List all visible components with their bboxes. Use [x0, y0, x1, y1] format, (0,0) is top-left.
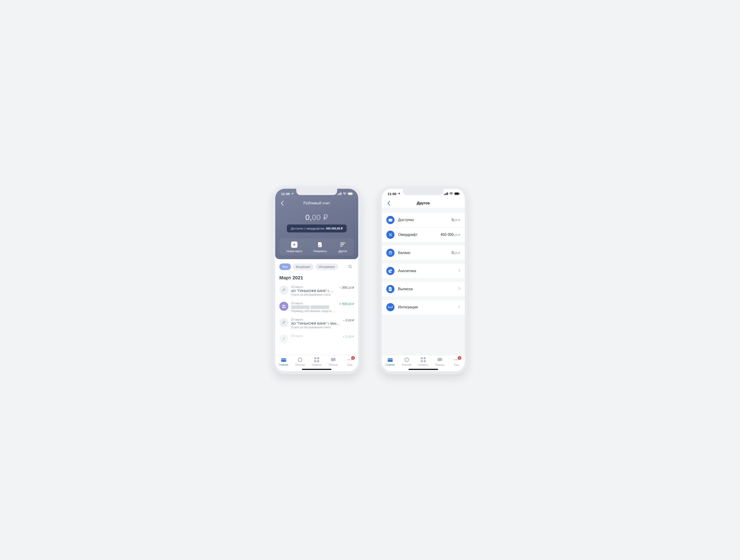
- svg-rect-14: [281, 358, 286, 362]
- tx-date: 25 марта: [291, 286, 337, 289]
- row-balance[interactable]: Баланс 0,00 ₽: [382, 246, 465, 260]
- menu-icon: [340, 241, 346, 248]
- tab-help[interactable]: Помощь: [433, 357, 447, 366]
- svg-point-32: [391, 220, 392, 220]
- tab-label: Платежи: [402, 363, 411, 366]
- row-label: Аналитика: [398, 269, 455, 273]
- tab-label: Сервисы: [312, 363, 322, 366]
- home-indicator[interactable]: [302, 369, 332, 370]
- cellular-icon: [337, 192, 342, 195]
- svg-rect-0: [337, 194, 338, 195]
- svg-point-46: [456, 359, 457, 360]
- svg-rect-27: [447, 192, 448, 195]
- tab-payments[interactable]: Платежи: [293, 357, 307, 366]
- doc-icon: [386, 285, 394, 293]
- help-icon: [437, 357, 443, 362]
- filter-chips: Все Входящие Исходящие: [275, 259, 358, 272]
- coins-icon: [386, 249, 394, 257]
- svg-rect-15: [281, 359, 286, 360]
- row-available[interactable]: Доступно 0,00 ₽: [382, 213, 465, 227]
- back-button[interactable]: [278, 200, 286, 207]
- integration-group: Интеграция: [382, 300, 465, 314]
- svg-rect-39: [388, 359, 393, 360]
- tab-badge: 2: [458, 356, 461, 360]
- row-analytics[interactable]: Аналитика: [382, 264, 465, 278]
- svg-point-16: [298, 358, 302, 362]
- tx-name: АО "ТИНЬКОФФ БАНК" г. Москва: [291, 322, 340, 325]
- row-label: Выписка: [398, 287, 455, 291]
- transaction-item[interactable]: 25 марта ████████ ████████ Перевод собст…: [279, 299, 354, 315]
- svg-rect-5: [348, 193, 352, 195]
- wrench-icon: [279, 318, 288, 327]
- phone-left: 11:00 Рублевый счет: [273, 186, 361, 374]
- transaction-item[interactable]: 25 марта + 2,00 ₽: [279, 332, 354, 346]
- svg-point-33: [389, 233, 390, 234]
- location-icon: [291, 192, 294, 196]
- svg-rect-3: [341, 192, 342, 195]
- transaction-item[interactable]: 25 марта АО "ТИНЬКОФФ БАНК" г. Москва Пл…: [279, 283, 354, 299]
- chip-incoming[interactable]: Входящие: [293, 263, 313, 270]
- notch: [296, 189, 337, 195]
- transaction-item[interactable]: 25 марта АО "ТИНЬКОФФ БАНК" г. Москва Пл…: [279, 315, 354, 332]
- svg-rect-26: [446, 193, 447, 195]
- tab-label: Главная: [386, 363, 395, 366]
- tab-services[interactable]: Сервисы: [417, 357, 430, 366]
- tx-amount: – 350,10 ₽: [339, 286, 354, 296]
- row-label: Интеграция: [398, 305, 455, 309]
- row-integration[interactable]: Интеграция: [382, 300, 465, 314]
- payments-icon: [297, 357, 303, 362]
- status-time: 11:00: [281, 192, 290, 196]
- tab-home[interactable]: Главная: [277, 357, 290, 366]
- svg-rect-7: [319, 245, 320, 246]
- action-other[interactable]: Другое: [338, 241, 347, 253]
- chip-all[interactable]: Все: [279, 263, 291, 270]
- action-new-card[interactable]: Новая карта: [286, 241, 302, 253]
- people-icon: [279, 302, 288, 311]
- tab-label: Помощь: [329, 363, 338, 366]
- document-icon: [317, 241, 323, 248]
- chip-outgoing[interactable]: Исходящие: [315, 263, 338, 270]
- svg-point-13: [284, 305, 285, 306]
- svg-rect-19: [314, 360, 316, 362]
- svg-point-40: [405, 358, 409, 362]
- svg-rect-41: [421, 357, 423, 359]
- svg-rect-20: [317, 360, 319, 362]
- help-icon: [331, 357, 336, 362]
- svg-rect-36: [389, 289, 391, 289]
- row-label: Овердрафт: [398, 233, 437, 237]
- tx-name: АО "ТИНЬКОФФ БАНК" г. Москва: [291, 289, 337, 293]
- svg-rect-17: [314, 357, 316, 359]
- services-icon: [421, 357, 426, 362]
- tab-more[interactable]: Еще 2: [343, 357, 357, 366]
- tab-services[interactable]: Сервисы: [310, 357, 323, 366]
- search-button[interactable]: [347, 263, 354, 270]
- row-overdraft[interactable]: Овердрафт 450 000,00 ₽: [382, 227, 465, 242]
- tab-payments[interactable]: Платежи: [400, 357, 413, 366]
- tab-home[interactable]: Главная: [383, 357, 397, 366]
- tab-more[interactable]: Еще 2: [450, 357, 463, 366]
- plus-card-icon: [291, 241, 297, 248]
- money-group: Доступно 0,00 ₽ Овердрафт 450 000,00 ₽: [382, 213, 465, 242]
- row-value: 0,00 ₽: [452, 218, 460, 222]
- svg-rect-30: [459, 193, 460, 194]
- phone-right: 11:00 Другое: [379, 186, 467, 374]
- wifi-icon: [343, 192, 347, 195]
- payments-icon: [404, 357, 409, 362]
- status-time: 11:00: [388, 192, 396, 196]
- svg-rect-9: [340, 244, 344, 245]
- home-icon: [387, 357, 393, 362]
- svg-point-12: [282, 305, 284, 306]
- transactions-list[interactable]: Март 2021 25 марта АО "ТИНЬКОФФ БАНК" г.…: [275, 272, 358, 355]
- tx-desc: Плата за обслуживание счета: [291, 326, 340, 329]
- tab-label: Еще: [454, 363, 459, 366]
- home-indicator[interactable]: [408, 369, 438, 370]
- tx-desc: Перевод собственных средств. НДС не обл…: [291, 310, 336, 313]
- svg-rect-8: [340, 243, 345, 243]
- tab-help[interactable]: Помощь: [327, 357, 340, 366]
- overdraft-pill[interactable]: Доступно с овердрафтом: 450 000,00 ₽: [287, 224, 347, 232]
- back-button[interactable]: [385, 200, 392, 207]
- svg-rect-10: [340, 246, 343, 246]
- row-statement[interactable]: Выписка: [382, 282, 465, 296]
- action-requisites[interactable]: Реквизиты: [313, 241, 327, 253]
- page-title: Рублевый счет: [303, 201, 330, 206]
